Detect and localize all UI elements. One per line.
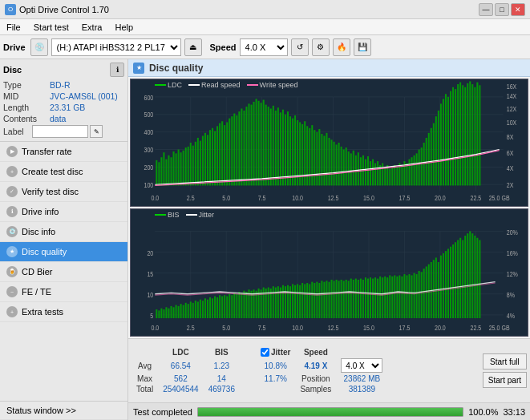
svg-text:4X: 4X xyxy=(507,165,514,173)
svg-rect-81 xyxy=(253,102,255,186)
sidebar: Disc ℹ Type BD-R MID JVC-AMS6L (001) Len… xyxy=(0,59,128,420)
status-window-button[interactable]: Status window >> xyxy=(0,402,127,420)
maximize-button[interactable]: □ xyxy=(495,3,509,16)
svg-rect-211 xyxy=(158,310,160,318)
svg-rect-105 xyxy=(311,125,313,185)
burn-button[interactable]: 🔥 xyxy=(333,38,350,56)
svg-text:8X: 8X xyxy=(507,134,514,142)
svg-rect-276 xyxy=(316,282,318,318)
jitter-checkbox[interactable] xyxy=(261,348,269,357)
create-test-disc-icon: + xyxy=(6,166,18,177)
svg-rect-79 xyxy=(248,103,249,185)
svg-rect-112 xyxy=(328,138,330,186)
sidebar-item-fe-te[interactable]: ~ FE / TE xyxy=(0,282,127,302)
drive-select[interactable]: (H:) ATAPI iHBS312 2 PL17 xyxy=(51,38,181,56)
svg-rect-228 xyxy=(200,300,201,318)
svg-rect-300 xyxy=(374,277,376,318)
svg-text:6X: 6X xyxy=(507,149,514,157)
svg-rect-149 xyxy=(419,150,420,186)
menu-start-test[interactable]: Start test xyxy=(30,22,72,33)
sidebar-item-verify-test-disc[interactable]: ✓ Verify test disc xyxy=(0,182,127,202)
svg-rect-342 xyxy=(476,238,478,318)
svg-rect-256 xyxy=(268,288,269,318)
svg-text:100: 100 xyxy=(144,181,153,189)
start-part-button[interactable]: Start part xyxy=(483,372,527,388)
svg-text:25.0 GB: 25.0 GB xyxy=(489,323,510,332)
drive-info-icon: ℹ xyxy=(6,206,18,217)
svg-rect-95 xyxy=(287,111,289,185)
svg-text:10: 10 xyxy=(147,290,153,299)
svg-rect-238 xyxy=(224,295,225,318)
svg-rect-169 xyxy=(467,83,468,186)
svg-rect-94 xyxy=(285,115,286,186)
sidebar-item-disc-info[interactable]: 💿 Disc info xyxy=(0,222,127,242)
sidebar-item-drive-info[interactable]: ℹ Drive info xyxy=(0,202,127,222)
svg-rect-317 xyxy=(416,274,418,318)
svg-rect-104 xyxy=(309,128,310,186)
svg-rect-243 xyxy=(236,294,237,318)
svg-rect-165 xyxy=(457,84,459,185)
speed-select[interactable]: 4.0 X xyxy=(240,38,288,56)
svg-rect-156 xyxy=(435,116,437,185)
svg-rect-271 xyxy=(304,284,305,318)
menu-extra[interactable]: Extra xyxy=(79,22,106,33)
svg-text:15.0: 15.0 xyxy=(363,323,374,332)
menu-file[interactable]: File xyxy=(3,22,24,33)
svg-rect-64 xyxy=(212,128,213,186)
refresh-button[interactable]: ↺ xyxy=(291,38,309,56)
drive-toolbar: Drive 💿 (H:) ATAPI iHBS312 2 PL17 ⏏ Spee… xyxy=(0,35,530,59)
svg-text:10X: 10X xyxy=(507,119,517,127)
svg-rect-74 xyxy=(236,115,237,186)
svg-rect-114 xyxy=(334,142,335,186)
svg-rect-247 xyxy=(245,292,247,318)
menu-help[interactable]: Help xyxy=(111,22,136,33)
save-button[interactable]: 💾 xyxy=(354,38,371,56)
svg-rect-146 xyxy=(411,157,413,185)
length-value: 23.31 GB xyxy=(50,103,85,112)
speed-select-stats[interactable]: 4.0 X xyxy=(341,358,382,373)
svg-rect-329 xyxy=(445,251,447,318)
close-button[interactable]: ✕ xyxy=(511,3,525,16)
svg-rect-320 xyxy=(423,269,425,318)
svg-rect-142 xyxy=(401,165,403,186)
svg-rect-153 xyxy=(428,133,430,186)
svg-rect-65 xyxy=(214,131,216,185)
svg-rect-155 xyxy=(433,123,435,186)
svg-rect-216 xyxy=(171,306,172,318)
svg-rect-125 xyxy=(360,157,362,185)
status-window-label: Status window >> xyxy=(6,406,76,415)
label-input[interactable] xyxy=(32,125,88,138)
svg-rect-78 xyxy=(245,107,247,185)
total-label: Total xyxy=(131,384,158,394)
svg-text:20.0: 20.0 xyxy=(435,323,446,332)
start-full-button[interactable]: Start full xyxy=(483,353,527,370)
svg-rect-84 xyxy=(261,103,262,185)
svg-rect-260 xyxy=(277,286,279,318)
svg-rect-167 xyxy=(462,85,463,185)
settings-button[interactable]: ⚙ xyxy=(312,38,330,56)
svg-rect-297 xyxy=(367,279,369,318)
svg-text:200: 200 xyxy=(144,164,153,172)
sidebar-item-create-test-disc[interactable]: + Create test disc xyxy=(0,162,127,182)
svg-rect-120 xyxy=(348,151,350,186)
svg-rect-215 xyxy=(168,309,169,318)
eject-button[interactable]: ⏏ xyxy=(184,38,202,56)
svg-rect-311 xyxy=(401,277,403,318)
sidebar-item-extra-tests[interactable]: + Extra tests xyxy=(0,302,127,322)
svg-rect-132 xyxy=(377,161,378,185)
disc-info-icon[interactable]: ℹ xyxy=(110,63,124,77)
svg-rect-166 xyxy=(459,83,461,186)
svg-rect-310 xyxy=(399,275,400,318)
svg-rect-222 xyxy=(185,303,187,318)
label-edit-button[interactable]: ✎ xyxy=(90,125,103,138)
drive-icon-btn[interactable]: 💿 xyxy=(30,38,48,56)
sidebar-item-cd-bier[interactable]: 🍺 CD Bier xyxy=(0,262,127,282)
svg-rect-63 xyxy=(209,130,211,185)
svg-rect-58 xyxy=(197,138,199,186)
svg-rect-73 xyxy=(233,114,235,186)
svg-rect-330 xyxy=(447,248,449,318)
sidebar-item-transfer-rate[interactable]: ▶ Transfer rate xyxy=(0,142,127,162)
sidebar-item-disc-quality[interactable]: ★ Disc quality xyxy=(0,242,127,262)
svg-rect-93 xyxy=(282,110,284,186)
minimize-button[interactable]: — xyxy=(479,3,493,16)
